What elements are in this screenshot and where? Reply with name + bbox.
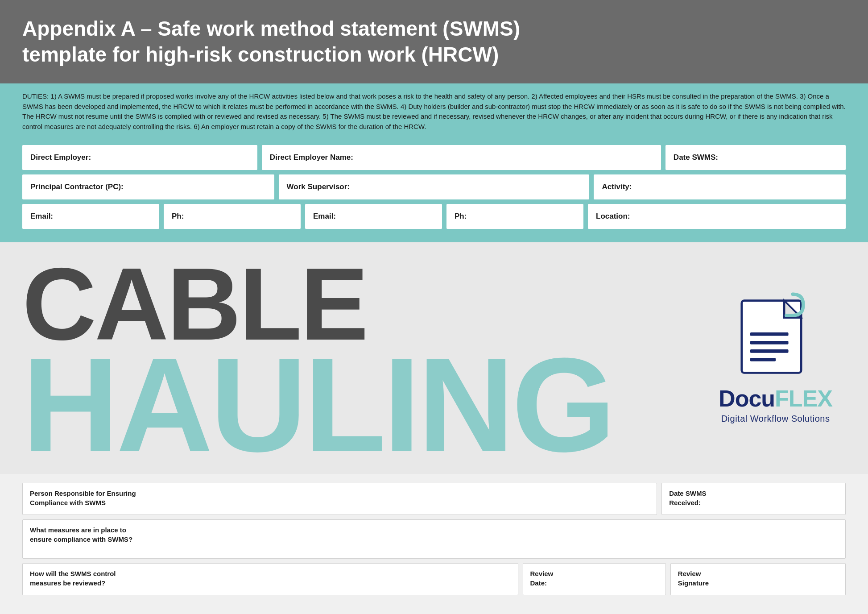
svg-rect-2: [750, 341, 788, 344]
date-swms-received-field[interactable]: Date SWMSReceived:: [661, 483, 846, 515]
compliance-row-1: Person Responsible for EnsuringComplianc…: [22, 483, 846, 515]
form-section: Direct Employer: Direct Employer Name: D…: [0, 140, 868, 242]
form-row-1: Direct Employer: Direct Employer Name: D…: [22, 145, 846, 170]
activity-label: Activity:: [602, 183, 632, 191]
duties-text: DUTIES: 1) A SWMS must be prepared if pr…: [22, 91, 846, 132]
email-left-label: Email:: [30, 212, 53, 221]
direct-employer-field[interactable]: Direct Employer:: [22, 145, 257, 170]
hero-section: CABLE HAULING DocuFLEX: [0, 242, 868, 474]
logo-brand-name: DocuFLEX: [719, 385, 832, 412]
direct-employer-label: Direct Employer:: [30, 153, 91, 162]
review-signature-label: ReviewSignature: [678, 569, 838, 588]
location-field[interactable]: Location:: [588, 204, 846, 229]
what-measures-field[interactable]: What measures are in place toensure comp…: [22, 519, 846, 559]
review-signature-field[interactable]: ReviewSignature: [670, 563, 846, 595]
email-right-field[interactable]: Email:: [305, 204, 442, 229]
header-title-line2: template for high-risk construction work…: [22, 43, 499, 66]
work-supervisor-label: Work Supervisor:: [287, 183, 350, 191]
person-responsible-field[interactable]: Person Responsible for EnsuringComplianc…: [22, 483, 657, 515]
form-row-2: Principal Contractor (PC): Work Supervis…: [22, 174, 846, 199]
svg-rect-1: [750, 332, 788, 336]
page-wrapper: Appendix A – Safe work method statement …: [0, 0, 868, 614]
email-left-field[interactable]: Email:: [22, 204, 159, 229]
review-date-field[interactable]: ReviewDate:: [523, 563, 666, 595]
work-supervisor-field[interactable]: Work Supervisor:: [279, 174, 590, 199]
email-right-label: Email:: [313, 212, 336, 221]
how-reviewed-field[interactable]: How will the SWMS controlmeasures be rev…: [22, 563, 518, 595]
docuflex-logo-icon: [736, 292, 816, 382]
logo-subtitle: Digital Workflow Solutions: [721, 414, 830, 424]
svg-rect-4: [750, 358, 775, 361]
date-swms-received-label: Date SWMSReceived:: [669, 489, 838, 507]
direct-employer-name-label: Direct Employer Name:: [270, 153, 353, 162]
logo-flex-text: FLEX: [775, 386, 832, 411]
how-reviewed-label: How will the SWMS controlmeasures be rev…: [30, 569, 511, 588]
ph-left-label: Ph:: [172, 212, 184, 221]
header-title: Appendix A – Safe work method statement …: [22, 16, 846, 67]
principal-contractor-field[interactable]: Principal Contractor (PC):: [22, 174, 274, 199]
duties-section: DUTIES: 1) A SWMS must be prepared if pr…: [0, 83, 868, 140]
direct-employer-name-field[interactable]: Direct Employer Name:: [262, 145, 661, 170]
date-swms-top-field[interactable]: Date SWMS:: [665, 145, 846, 170]
header-section: Appendix A – Safe work method statement …: [0, 0, 868, 83]
form-row-3: Email: Ph: Email: Ph: Location:: [22, 204, 846, 229]
activity-field[interactable]: Activity:: [594, 174, 846, 199]
principal-contractor-label: Principal Contractor (PC):: [30, 183, 124, 191]
compliance-row-2: What measures are in place toensure comp…: [22, 519, 846, 559]
what-measures-label: What measures are in place toensure comp…: [30, 525, 838, 544]
ph-right-label: Ph:: [455, 212, 467, 221]
header-title-line1: Appendix A – Safe work method statement …: [22, 17, 520, 40]
ph-right-field[interactable]: Ph:: [446, 204, 583, 229]
person-responsible-label: Person Responsible for EnsuringComplianc…: [30, 489, 649, 507]
date-swms-label: Date SWMS:: [674, 153, 718, 162]
svg-rect-3: [750, 349, 788, 353]
location-label: Location:: [596, 212, 630, 221]
review-date-label: ReviewDate:: [530, 569, 658, 588]
compliance-section: Person Responsible for EnsuringComplianc…: [0, 474, 868, 613]
compliance-row-3: How will the SWMS controlmeasures be rev…: [22, 563, 846, 595]
ph-left-field[interactable]: Ph:: [164, 204, 301, 229]
logo-container: DocuFLEX Digital Workflow Solutions: [719, 292, 832, 424]
